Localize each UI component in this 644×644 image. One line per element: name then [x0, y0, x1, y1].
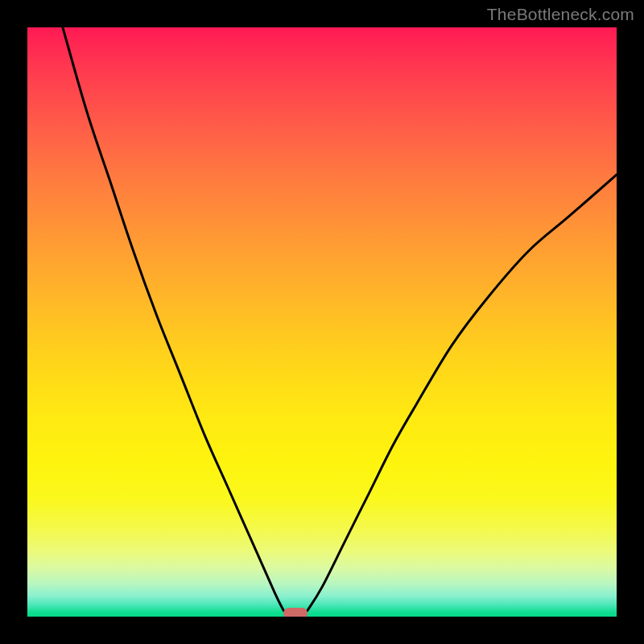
curve-left-branch [63, 27, 284, 611]
watermark-text: TheBottleneck.com [487, 5, 634, 24]
plot-area [27, 27, 617, 617]
optimal-point-marker [283, 608, 308, 617]
chart-frame: TheBottleneck.com [0, 0, 644, 644]
curve-right-branch [308, 175, 617, 611]
curve-svg [27, 27, 617, 617]
